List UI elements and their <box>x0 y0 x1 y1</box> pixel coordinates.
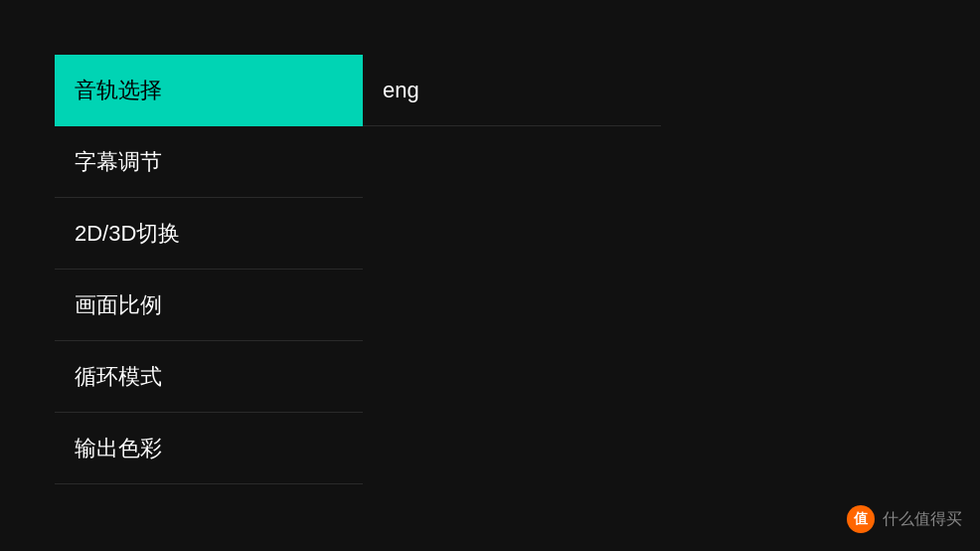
menu-item-label-2d3d-switch: 2D/3D切换 <box>75 219 180 249</box>
menu-item-loop-mode[interactable]: 循环模式 <box>55 341 363 413</box>
submenu-container: eng <box>363 55 661 126</box>
menu-item-label-subtitle-adjust: 字幕调节 <box>75 147 162 177</box>
menu-item-label-output-color: 输出色彩 <box>75 434 162 463</box>
menu-item-audio-track[interactable]: 音轨选择 <box>55 55 363 126</box>
menu-item-aspect-ratio[interactable]: 画面比例 <box>55 270 363 341</box>
menu-container: 音轨选择 字幕调节 2D/3D切换 画面比例 循环模式 输出色彩 <box>55 55 363 484</box>
menu-item-label-audio-track: 音轨选择 <box>75 76 162 105</box>
watermark-icon: 值 <box>847 505 875 533</box>
submenu-item-eng[interactable]: eng <box>363 55 661 126</box>
watermark: 值 什么值得买 <box>847 505 962 533</box>
watermark-text: 什么值得买 <box>883 509 962 530</box>
menu-item-output-color[interactable]: 输出色彩 <box>55 413 363 484</box>
watermark-icon-text: 值 <box>854 510 868 528</box>
menu-item-label-loop-mode: 循环模式 <box>75 362 162 392</box>
menu-item-2d3d-switch[interactable]: 2D/3D切换 <box>55 198 363 270</box>
menu-item-label-aspect-ratio: 画面比例 <box>75 290 162 320</box>
submenu-item-label-eng: eng <box>383 78 419 103</box>
menu-item-subtitle-adjust[interactable]: 字幕调节 <box>55 126 363 198</box>
